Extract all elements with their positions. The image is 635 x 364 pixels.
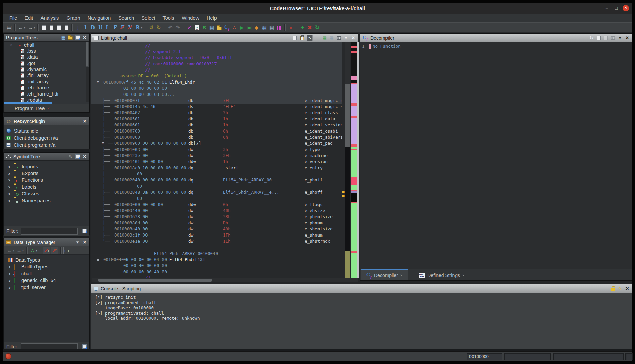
copy-icon[interactable]: [596, 36, 601, 40]
listing-header[interactable]: Listing: chall ↖▦▦▾×: [91, 34, 358, 42]
mnemonic[interactable]: dw: [188, 232, 193, 238]
retsync-header[interactable]: ☺ RetSyncPlugin ×: [4, 117, 89, 125]
structure-icon[interactable]: ▦: [322, 35, 327, 40]
chevron-right-icon[interactable]: ›: [7, 164, 12, 169]
struct-name[interactable]: Elf64_Phdr[13]: [169, 257, 205, 263]
address[interactable]: 00100006: [114, 122, 135, 128]
listing-row[interactable]: //: [91, 42, 342, 49]
field-name[interactable]: e_shnum: [305, 232, 323, 238]
back-dropdown-icon[interactable]: ▾: [23, 24, 26, 31]
validate-icon[interactable]: ✔: [186, 24, 193, 31]
field-name[interactable]: e_ident_magic_str: [305, 104, 342, 110]
filter-pointers-icon[interactable]: ☞: [51, 247, 58, 254]
program-tree-tab[interactable]: Program Tree ×: [4, 104, 89, 112]
scrollbar-thumb[interactable]: [86, 42, 89, 67]
association-icon[interactable]: ∴: [29, 247, 36, 254]
field-name[interactable]: e_ident_osabi: [305, 128, 338, 134]
letter-f-icon[interactable]: F: [112, 24, 119, 31]
bytes[interactable]: 48 3a 00 00 00 00 00: [135, 189, 186, 195]
address[interactable]: 00100020: [114, 177, 135, 183]
panel-tab[interactable]: Defined Strings ×: [413, 269, 470, 280]
address[interactable]: 00100007: [114, 128, 135, 134]
listing-row[interactable]: ├── 00100038 0d 00 dw Dh e_phnum: [91, 220, 342, 226]
address[interactable]: 00100004: [114, 110, 135, 116]
letter-dropdown-icon[interactable]: ▾: [140, 24, 143, 31]
mnemonic[interactable]: ddw: [188, 159, 196, 165]
address[interactable]: 00100014: [114, 159, 135, 165]
horizontal-scrollbar[interactable]: [4, 102, 52, 104]
symbol-tree-item[interactable]: › ● Labels: [4, 184, 89, 190]
operand[interactable]: 1h: [223, 116, 228, 122]
chevron-right-icon[interactable]: ›: [7, 198, 12, 203]
delete-icon[interactable]: ✖: [306, 24, 313, 31]
data-type-item[interactable]: › BuiltInTypes: [4, 263, 89, 270]
panel-tab[interactable]: Decompiler ×: [361, 269, 408, 280]
chevron-right-icon[interactable]: ›: [7, 178, 12, 183]
menu-arrow-icon[interactable]: ▾: [618, 35, 622, 40]
minimize-button[interactable]: –: [604, 5, 610, 11]
chevron-right-icon[interactable]: ›: [7, 264, 12, 269]
bytes[interactable]: 38 00: [135, 214, 148, 220]
redo-icon[interactable]: ↷: [174, 24, 181, 31]
close-icon[interactable]: ×: [462, 273, 464, 277]
memory-icon[interactable]: ▣: [246, 24, 253, 31]
scrollbar-thumb[interactable]: [98, 279, 212, 282]
chart-icon[interactable]: [276, 24, 282, 31]
operand[interactable]: "ELF": [223, 104, 236, 110]
address[interactable]: 00100000: [114, 98, 135, 104]
letter-f-crossed-icon[interactable]: F: [119, 24, 126, 31]
symbol-tree-item[interactable]: › Exports: [4, 170, 89, 177]
menu-item[interactable]: File: [5, 14, 21, 22]
listing-row[interactable]: ├── 00100030 00 00 00 00 ddw 0h e_flags: [91, 202, 342, 208]
address[interactable]: 00100036: [114, 214, 135, 220]
letter-b-icon[interactable]: B: [134, 24, 141, 31]
tree-root-chall[interactable]: › ▶ chall: [4, 42, 89, 48]
operand[interactable]: _start: [223, 165, 238, 171]
vertical-scrollbar[interactable]: [357, 42, 359, 278]
mnemonic[interactable]: ds: [188, 104, 193, 110]
listing-row[interactable]: ├── 00100001 45 4c 46 ds "ELF" e_ident_m…: [91, 104, 342, 110]
refresh-icon[interactable]: ↻: [314, 24, 321, 31]
address[interactable]: 00100000: [103, 79, 124, 85]
bookmark-marker[interactable]: [342, 195, 345, 197]
field-name[interactable]: e_machine: [305, 153, 328, 159]
scrollbar-track[interactable]: [86, 42, 89, 102]
bytes[interactable]: 02: [135, 110, 140, 116]
bytes[interactable]: 40 00: [135, 226, 148, 232]
listing-row[interactable]: [91, 244, 342, 250]
listing-row[interactable]: // ram:00100000-ram:00100317: [91, 61, 342, 67]
menu-item[interactable]: Window: [178, 14, 203, 22]
filter-arrays-icon[interactable]: ▭: [43, 247, 50, 254]
listing-row[interactable]: ├── 00100000 7f db 7Fh e_ident_magic_num: [91, 98, 342, 104]
address[interactable]: 00100040: [103, 257, 124, 263]
operand[interactable]: 0h: [223, 128, 228, 134]
mnemonic[interactable]: ddw: [188, 202, 196, 208]
forward-dropdown-icon[interactable]: ▾: [22, 247, 24, 254]
bookmark-marker[interactable]: [342, 191, 345, 193]
close-icon[interactable]: ×: [82, 119, 87, 124]
field-name[interactable]: e_shoff: [305, 189, 323, 195]
edit-icon[interactable]: ✎: [68, 154, 73, 159]
import-icon[interactable]: [75, 35, 80, 40]
field-name[interactable]: e_ident_abiversion: [305, 134, 342, 140]
chevron-right-icon[interactable]: ›: [7, 171, 12, 176]
bytes[interactable]: 00: [135, 128, 140, 134]
letter-l-icon[interactable]: L: [104, 24, 111, 31]
listing-text[interactable]: // ram:00100000-ram:00100317: [145, 61, 217, 67]
menu-item[interactable]: Search: [115, 14, 138, 22]
symbol-tree-item[interactable]: › f Functions: [4, 177, 89, 184]
listing-content[interactable]: // // segment_2.1: [91, 42, 342, 278]
tree-item[interactable]: .data: [4, 54, 89, 60]
refresh-icon[interactable]: ↻: [589, 35, 594, 40]
close-icon[interactable]: ×: [82, 35, 87, 40]
edit-table-icon[interactable]: ▦: [268, 24, 275, 31]
console-header[interactable]: Console - Scripting ✎×: [91, 284, 632, 293]
bytes[interactable]: 00 00 00 00 00 00 00: [135, 140, 186, 146]
snapshot-icon[interactable]: [337, 36, 341, 40]
address[interactable]: 00100005: [114, 116, 135, 122]
bytes[interactable]: 01 00 00 00 00 00: [123, 85, 167, 91]
tree-item[interactable]: .fini_array: [4, 72, 89, 79]
field-name[interactable]: e_ehsize: [305, 208, 325, 214]
field-name[interactable]: e_type: [305, 146, 320, 153]
address[interactable]: 00100010: [114, 146, 135, 153]
